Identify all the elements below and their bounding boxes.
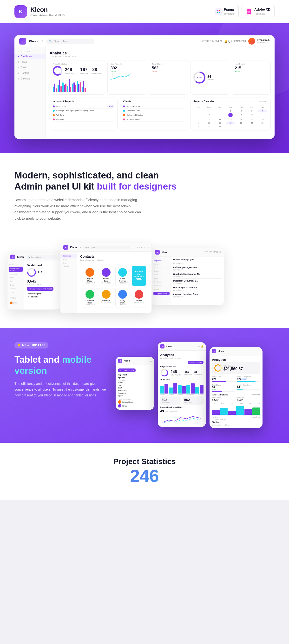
sb-benny[interactable]: Benny Kenn [8, 300, 24, 306]
screen-body-sm: MENU ✏ Compose Email FOLDERS Inbox Sent … [8, 261, 60, 310]
screen-search-sm[interactable]: 🔍 Search here [26, 255, 57, 259]
email-sb-important[interactable]: Important [152, 259, 171, 262]
ongoing-label: On Going [80, 72, 88, 74]
email-sb-inbox[interactable]: Inbox [152, 269, 171, 273]
np-label: New Projects [110, 63, 143, 65]
contacts-sb-contact[interactable]: Contact [60, 265, 77, 268]
svg-text:Xd: Xd [247, 11, 250, 13]
sidebar-item-email[interactable]: Email [14, 59, 46, 65]
chart-axis-labels: SunMonTueWedThuFri [212, 403, 260, 404]
mobile-friend-2: Kinga [118, 404, 152, 408]
project-name-1: Circle Hunt [56, 105, 106, 108]
mobile-compose-btn[interactable]: ✏ Compose Email [118, 368, 136, 372]
header: K Kleon Clean Admin Panel UI Kit Figma T… [0, 0, 289, 23]
sb-sent[interactable]: Sent [8, 280, 24, 283]
email-main: How to manage your... Lorem ipsum... Fol… [171, 256, 224, 305]
client-name-4: Humby Humble [126, 118, 185, 120]
email-sb-spam2[interactable]: Spam [152, 287, 171, 291]
mobile-total-proj: 246 [170, 370, 180, 374]
ps-title: Project Statistics [53, 63, 102, 65]
contact-avatar-1 [86, 268, 94, 277]
email-cat-label: Email Category [27, 292, 58, 295]
headline-2: Admin panel UI kit [14, 181, 97, 192]
total-unpaid-val: 1,567 [212, 398, 235, 402]
mini-stats: 246 Total Projects 167 On Going 28 Unfin… [65, 67, 102, 74]
mobile-completion-label: Total Task Closed [166, 410, 177, 412]
sb-inbox[interactable]: Inbox [8, 276, 24, 280]
mockup-body: MAIN MENU Dashboard Email Chat Contact [14, 47, 274, 139]
update-section: NEW UPDATE! Tablet and mobile version Th… [0, 328, 289, 443]
invoice-sent-bar [212, 381, 226, 382]
email-sb-sent2[interactable]: Sent [152, 273, 171, 276]
increase-work-btn[interactable]: Increase your work with Kleon! [27, 287, 54, 291]
email-sb-favorites[interactable]: Favorites [152, 284, 171, 287]
contacts-sb-chat[interactable]: Chat [60, 261, 77, 265]
language-label: ENGLISH [234, 40, 246, 43]
email-preview-2: Lorem ipsum... [173, 269, 222, 272]
sidebar-item-chat[interactable]: Chat [14, 65, 46, 70]
contacts-grid: Angela Moss +1 203-553-2 Ahmad Zayn +1 4… [80, 264, 148, 310]
email-brand: Kleon [162, 251, 168, 254]
mobile-topbar-3: K Kleon ☰ [210, 347, 262, 356]
sb-starred[interactable]: Starred [8, 287, 24, 290]
svg-rect-0 [217, 10, 218, 11]
total-paid-label: Total Paid [237, 397, 260, 398]
client-name-3: Highspeed Studios [126, 114, 185, 116]
contacts-title: Contacts [80, 254, 148, 258]
page-subtitle: Lorem ipsum dolor sit amet [50, 56, 271, 58]
sidebar-item-contact[interactable]: Contact [14, 70, 46, 76]
invoice-sent-value: 421 [212, 378, 235, 380]
mockup-sidebar: MAIN MENU Dashboard Email Chat Contact [14, 47, 46, 139]
invoices-statistic-row: Invoices Statistic Monthly ▾ [212, 394, 260, 396]
headline: Modern, sophisticated, and clean Admin p… [14, 170, 274, 192]
project-item-3: Tuk Zone [53, 113, 114, 117]
mobile-body-1: ✏ Compose Email Important System FOLDERS… [116, 365, 154, 410]
total-unpaid-item: Total Unpaid 1,567 [212, 397, 235, 402]
compose-email-btn[interactable]: Compose Email [154, 292, 170, 295]
mobile-friend-name-2: Kinga [122, 405, 127, 407]
mobile-ps-donut [160, 368, 168, 377]
project-name-2: Redesign Landing Page for Company Profil… [56, 110, 114, 112]
contacts-search[interactable]: Search here [83, 246, 131, 249]
change-period-btn[interactable]: Change Periods [188, 361, 204, 364]
mockup-logo: K [19, 38, 26, 44]
project-item-4: Big Wind [53, 117, 114, 122]
ne-label: New Emails [235, 63, 268, 65]
email-sb-system[interactable]: System [152, 262, 171, 266]
sidebar-item-calendar[interactable]: Calendar [14, 76, 46, 82]
email-sb-draft2[interactable]: Draft [152, 276, 171, 280]
mobile-np-label: New Projects [162, 402, 180, 403]
client-name-2: Fullpeople Crew [126, 110, 185, 112]
svg-rect-1 [219, 10, 220, 11]
clients-bar [212, 391, 222, 392]
text-section: Modern, sophisticated, and clean Admin p… [0, 153, 289, 238]
np-change: +8.3% [110, 70, 143, 72]
figma-badge[interactable]: Figma Template [211, 5, 239, 18]
headline-highlight: built for designers [97, 181, 176, 192]
sidebar-item-dashboard[interactable]: Dashboard [14, 54, 46, 59]
ne-change: +1.5% [235, 70, 268, 72]
dash-stat-value: 215 [38, 271, 42, 274]
balance-donut [214, 364, 222, 372]
sb-draft[interactable]: Draft [8, 283, 24, 287]
monthly-label: Monthly ▾ [252, 394, 260, 396]
invoice-rounding-label: Invoice Rounding [237, 384, 260, 386]
mobile-hamburger-3: ☰ [258, 350, 260, 353]
contacts-sb-dashboard[interactable]: Dashboard [60, 254, 77, 258]
mockup-main-content: Analytics Lorem ipsum dolor sit amet Pro… [46, 47, 274, 139]
mockup-search[interactable]: 🔍 Search here [46, 38, 94, 44]
update-badge: NEW UPDATE! [14, 342, 48, 348]
contact-avatar-5 [86, 290, 94, 299]
update-headline: Tablet and mobile version [14, 354, 106, 376]
client-3: Highspeed Studios [123, 113, 185, 117]
xd-badge[interactable]: Xd Adobe XD Template [242, 5, 274, 18]
email-how-to: How to manage your... [173, 258, 222, 261]
tc-label: Total Clients [152, 63, 185, 65]
calendar-title: Projects Calendar [194, 100, 214, 103]
mobile-brand-1: Kleon [124, 360, 130, 362]
email-sb-bookmark[interactable]: Bookmark [152, 280, 171, 284]
mobile-tc-label: Total Clients [184, 402, 202, 403]
contacts-sb-email[interactable]: Email [60, 258, 77, 261]
sb-compose-btn[interactable]: ✏ Compose Email [9, 266, 23, 272]
sb-spam[interactable]: Spam [8, 290, 24, 294]
